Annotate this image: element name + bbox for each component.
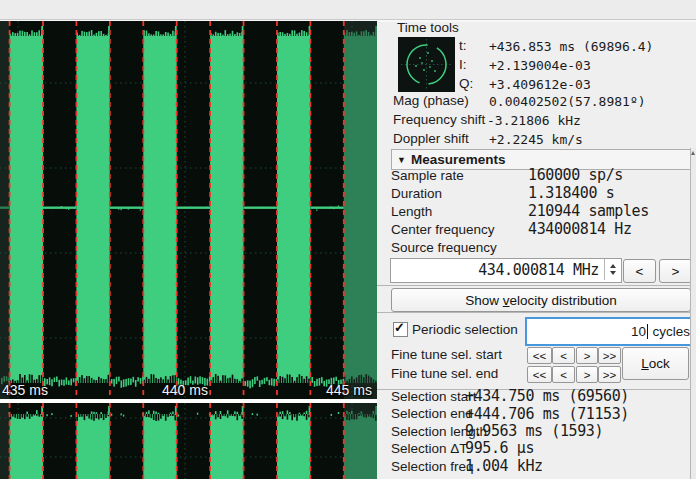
frequency-spinbox-value: 434.000814 MHz [478, 262, 599, 279]
top-toolbar-strip [0, 0, 696, 20]
fine-end-right-button[interactable]: > [576, 366, 598, 383]
lock-button-label: Lock [641, 356, 670, 371]
frequency-spin-up-icon[interactable] [610, 264, 616, 268]
panel-scrollbar[interactable] [690, 148, 696, 479]
cycles-value: 10 [631, 324, 646, 339]
frequency-shift-label: Frequency shift [393, 112, 485, 127]
fine-start-big-right-button[interactable]: >> [598, 347, 621, 364]
text-cursor [647, 324, 649, 339]
lock-button[interactable]: Lock [622, 347, 689, 380]
fine-tune-start-label: Fine tune sel. start [391, 347, 502, 362]
cycles-unit: cycles [652, 324, 690, 339]
app-window: 435 ms 440 ms 445 ms Time tools t: +436.… [0, 0, 696, 479]
length-value: 210944 samples [528, 203, 649, 220]
velocity-button-label: Show velocity distribution [465, 293, 617, 308]
doppler-shift-label: Doppler shift [393, 131, 469, 146]
center-frequency-value: 434000814 Hz [528, 221, 632, 238]
selection-freq-value: 1.004 kHz [465, 458, 543, 475]
scrollbar-up-icon[interactable] [691, 151, 695, 155]
fine-start-left-button[interactable]: < [552, 347, 575, 364]
source-frequency-label: Source frequency [391, 240, 497, 255]
time-axis-label-435: 435 ms [2, 382, 48, 398]
measurements-collapse-icon: ▼ [397, 155, 406, 165]
frequency-shift-value: -3.21806 kHz [487, 113, 581, 128]
selection-delta-t-value: 995.6 µs [465, 440, 534, 457]
cursor-i-value: +2.139004e-03 [489, 58, 591, 73]
selection-delta-t-label: Selection ΔT [391, 441, 468, 456]
fine-end-big-left-button[interactable]: << [527, 366, 552, 383]
time-axis-label-440: 440 ms [162, 382, 208, 398]
duration-label: Duration [391, 186, 442, 201]
frequency-prev-button[interactable]: < [623, 259, 656, 283]
waveform-lower-view[interactable] [0, 403, 377, 479]
sample-rate-label: Sample rate [391, 168, 464, 183]
frequency-spinner [604, 259, 621, 280]
mag-phase-label: Mag (phase) [393, 93, 469, 108]
frequency-next-button[interactable]: > [659, 259, 692, 283]
selection-start-value: +434.750 ms (69560) [465, 388, 629, 405]
checkmark-icon: ✓ [394, 320, 405, 335]
selection-length-value: 9.9563 ms (1593) [465, 423, 603, 440]
fine-tune-end-label: Fine tune sel. end [391, 366, 498, 381]
fine-end-big-right-button[interactable]: >> [598, 366, 621, 383]
cycles-input[interactable]: 10 cycles [525, 317, 696, 346]
cursor-time-label: t: [459, 38, 467, 53]
cursor-time-value: +436.853 ms (69896.4) [489, 39, 653, 54]
fine-start-big-left-button[interactable]: << [527, 347, 552, 364]
separator [377, 312, 690, 313]
fine-end-left-button[interactable]: < [552, 366, 575, 383]
waveform-upper-view[interactable] [0, 21, 377, 399]
selection-end-label: Selection end [391, 406, 473, 421]
sample-rate-value: 160000 sp/s [528, 167, 623, 184]
duration-value: 1.318400 s [528, 185, 614, 202]
measurements-header-label: Measurements [411, 152, 506, 167]
cursor-q-value: +3.409612e-03 [489, 77, 591, 92]
phase-plot-icon [398, 37, 455, 92]
frequency-spin-down-icon[interactable] [610, 271, 616, 275]
frequency-spinbox[interactable]: 434.000814 MHz [390, 258, 622, 283]
mag-phase-value: 0.00402502(57.8981º) [489, 94, 646, 109]
time-axis-label-445: 445 ms [326, 382, 372, 398]
selection-end-value: +444.706 ms (71153) [465, 406, 629, 423]
selection-start-label: Selection start [391, 389, 477, 404]
center-frequency-label: Center frequency [391, 222, 495, 237]
cursor-i-label: I: [459, 57, 467, 72]
time-tools-title: Time tools [397, 20, 459, 35]
doppler-shift-value: +2.2245 km/s [489, 132, 583, 147]
periodic-selection-label: Periodic selection [412, 322, 518, 337]
separator [377, 285, 690, 286]
cursor-q-label: Q: [459, 76, 473, 91]
length-label: Length [391, 204, 432, 219]
selection-freq-label: Selection freq [391, 459, 474, 474]
show-velocity-distribution-button[interactable]: Show velocity distribution [391, 288, 691, 312]
periodic-selection-checkbox[interactable]: ✓ [393, 322, 408, 337]
fine-start-right-button[interactable]: > [576, 347, 598, 364]
